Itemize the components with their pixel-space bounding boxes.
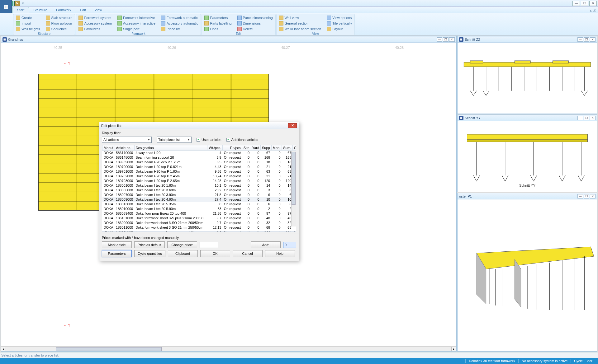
ribbon-slab-structure[interactable]: Slab structure bbox=[45, 15, 74, 21]
clipboard-button[interactable]: Clipboard bbox=[168, 250, 198, 257]
column-header[interactable]: Designation bbox=[134, 145, 207, 151]
panel-close-button[interactable]: ✕ bbox=[590, 116, 596, 120]
ribbon-delete[interactable]: Delete bbox=[236, 26, 274, 32]
change-price-input[interactable] bbox=[200, 242, 218, 248]
column-header[interactable]: Ord bbox=[292, 145, 296, 151]
column-header[interactable]: Manuf bbox=[102, 145, 115, 151]
dialog-title-bar[interactable]: Edit piece list ✕ bbox=[99, 122, 299, 129]
panel-close-button[interactable]: ✕ bbox=[590, 37, 596, 42]
ribbon-wall-view[interactable]: Wall view bbox=[278, 15, 323, 21]
ribbon-accessory-system[interactable]: Accessory system bbox=[77, 21, 113, 26]
parameters-button[interactable]: Parameters bbox=[102, 250, 132, 257]
section-yy-canvas[interactable]: Schnitt YY bbox=[458, 121, 597, 192]
column-header[interactable]: Site bbox=[242, 145, 251, 151]
add-button[interactable]: Add: bbox=[251, 241, 281, 248]
checkbox-additional-articles[interactable]: ✔Additional articles bbox=[226, 138, 258, 142]
add-quantity-input[interactable] bbox=[283, 242, 296, 248]
table-row[interactable]: DOKA188013000Doka beam I tec 20 5.35m30O… bbox=[102, 202, 297, 207]
table-row[interactable]: DOKA5861700004-way head H204On request00… bbox=[102, 151, 297, 155]
ribbon-view-options[interactable]: View options bbox=[325, 15, 353, 21]
ribbon-formwork-interactive[interactable]: Formwork interactive bbox=[116, 15, 157, 21]
price-default-button[interactable]: Price as default bbox=[134, 241, 165, 248]
column-header[interactable]: Yard bbox=[251, 145, 260, 151]
panel-minimize-button[interactable]: — bbox=[577, 194, 583, 198]
table-row[interactable]: DOKA188010000Doka beam I tec 20 5.90m33O… bbox=[102, 207, 297, 211]
column-header[interactable]: Man. bbox=[271, 145, 282, 151]
tab-start[interactable]: Start bbox=[12, 7, 29, 13]
window-close-button[interactable]: ✕ bbox=[589, 1, 597, 6]
ribbon-floor-polygon[interactable]: Floor polygon bbox=[45, 21, 74, 26]
tab-formwork[interactable]: Formwork bbox=[52, 7, 76, 13]
panel-close-button[interactable]: ✕ bbox=[590, 194, 596, 198]
panel-maximize-button[interactable]: ❐ bbox=[584, 116, 589, 120]
ribbon-wall-heights[interactable]: Wall heights bbox=[15, 26, 41, 32]
table-row[interactable]: DOKA189703000Doka beam H20 top P 2.65m14… bbox=[102, 179, 297, 183]
change-price-button[interactable]: Change price: bbox=[167, 241, 197, 248]
ribbon-favourites[interactable]: Favourites bbox=[77, 26, 113, 32]
panel-maximize-button[interactable]: ❐ bbox=[584, 194, 589, 198]
ribbon-dimensions[interactable]: Dimensions bbox=[236, 21, 274, 26]
table-row[interactable]: DOKA586089400Doka floor prop Eurex 20 to… bbox=[102, 211, 297, 216]
ribbon-formwork-system[interactable]: Formwork system bbox=[77, 15, 113, 21]
table-row[interactable]: DOKA189702000Doka beam H20 top P 2.45m13… bbox=[102, 174, 297, 179]
checkbox-used-articles[interactable]: ✔Used articles bbox=[197, 138, 221, 142]
table-row[interactable]: DOKA586149000Extension for beam forming … bbox=[102, 230, 297, 232]
tab-view[interactable]: View bbox=[90, 7, 107, 13]
table-row[interactable]: DOKA189701000Doka beam H20 top P 1.80m9,… bbox=[102, 169, 297, 174]
ribbon-panel-dimensioning[interactable]: Panel dimensioning bbox=[236, 15, 274, 21]
ribbon-accessory-automatic[interactable]: Accessory automatic bbox=[160, 21, 199, 26]
combo-list-scope[interactable]: Total piece list▼ bbox=[157, 137, 192, 143]
ribbon-lines[interactable]: Lines bbox=[203, 26, 233, 32]
panel-maximize-button[interactable]: ❐ bbox=[443, 37, 448, 42]
help-button[interactable]: Help bbox=[265, 250, 295, 257]
ribbon-general-section[interactable]: General section bbox=[278, 21, 323, 26]
column-header[interactable]: Wt./pcs. bbox=[207, 145, 223, 151]
table-row[interactable]: DOKA586148000Beam forming support 206,9O… bbox=[102, 155, 297, 160]
column-header[interactable]: Sum. bbox=[282, 145, 293, 151]
cancel-button[interactable]: Cancel bbox=[233, 250, 263, 257]
ribbon-create[interactable]: Create bbox=[15, 15, 41, 21]
ribbon-piece-list[interactable]: Piece list bbox=[160, 26, 199, 32]
column-header[interactable]: Supp bbox=[261, 145, 272, 151]
qa-save-icon[interactable]: ✎ bbox=[14, 1, 20, 6]
poster-canvas[interactable] bbox=[458, 199, 597, 351]
mark-article-button[interactable]: Mark article bbox=[102, 241, 132, 248]
table-row[interactable]: DOKA188006000Doka beam I tec 20 3.60m20,… bbox=[102, 188, 297, 193]
ribbon-tile-vertically[interactable]: Tile vertically bbox=[325, 21, 353, 26]
panel-close-button[interactable]: ✕ bbox=[449, 37, 455, 42]
dialog-close-button[interactable]: ✕ bbox=[288, 123, 297, 128]
horizontal-scrollbar[interactable]: ◂▸ bbox=[1, 346, 456, 351]
cycle-quantities-button[interactable]: Cycle quantities bbox=[134, 250, 165, 257]
column-header[interactable]: Pr./pcs bbox=[223, 145, 242, 151]
piece-list-table[interactable]: ManufArticle no.DesignationWt./pcs.Pr./p… bbox=[102, 145, 296, 232]
section-zz-canvas[interactable] bbox=[458, 43, 597, 114]
table-row[interactable]: DOKA186101000Doka formwork sheet 3-S plu… bbox=[102, 216, 297, 221]
table-row[interactable]: DOKA188001000Doka beam I tec 20 1.80m10,… bbox=[102, 183, 297, 188]
table-row[interactable]: DOKA186011000Doka formwork sheet 3-SO 21… bbox=[102, 225, 297, 230]
qa-dropdown-icon[interactable]: ▾ bbox=[22, 1, 24, 5]
ribbon-accessory-interactive[interactable]: Accessory interactive bbox=[116, 21, 157, 26]
ribbon-import[interactable]: Import bbox=[15, 21, 41, 26]
panel-minimize-button[interactable]: — bbox=[437, 37, 442, 42]
vertical-scrollbar[interactable] bbox=[291, 151, 296, 226]
ribbon-single-part[interactable]: Single part bbox=[116, 26, 157, 32]
column-header[interactable]: Article no. bbox=[115, 145, 134, 151]
combo-article-filter[interactable]: All articles▼ bbox=[102, 137, 152, 143]
table-row[interactable]: DOKA189700000Doka beam H20 top P 0.821m4… bbox=[102, 165, 297, 169]
panel-minimize-button[interactable]: — bbox=[577, 116, 583, 120]
table-row[interactable]: DOKA188007000Doka beam I tec 20 3.90m21,… bbox=[102, 193, 297, 197]
panel-minimize-button[interactable]: — bbox=[577, 37, 583, 42]
ribbon-layout[interactable]: Layout bbox=[325, 26, 353, 32]
ribbon-sequence[interactable]: Sequence bbox=[45, 26, 74, 32]
table-row[interactable]: DOKA186009000Doka formwork sheet 3-SO 21… bbox=[102, 221, 297, 225]
app-logo[interactable]: ▦ bbox=[0, 0, 12, 13]
ribbon-formwork-automatic[interactable]: Formwork automatic bbox=[160, 15, 199, 21]
ribbon-minimize-icon[interactable]: ▴ ⓘ bbox=[590, 8, 596, 13]
window-restore-button[interactable]: ❐ bbox=[581, 1, 588, 6]
panel-maximize-button[interactable]: ❐ bbox=[584, 37, 589, 42]
ribbon-parameters[interactable]: Parameters bbox=[203, 15, 233, 21]
table-row[interactable]: DOKA189939000Doka beam H20 eco P 1.25m6,… bbox=[102, 160, 297, 165]
tab-edit[interactable]: Edit bbox=[76, 7, 90, 13]
ok-button[interactable]: OK bbox=[200, 250, 230, 257]
ribbon-wall-floor-beam-section[interactable]: Wall/Floor beam section bbox=[278, 26, 323, 32]
